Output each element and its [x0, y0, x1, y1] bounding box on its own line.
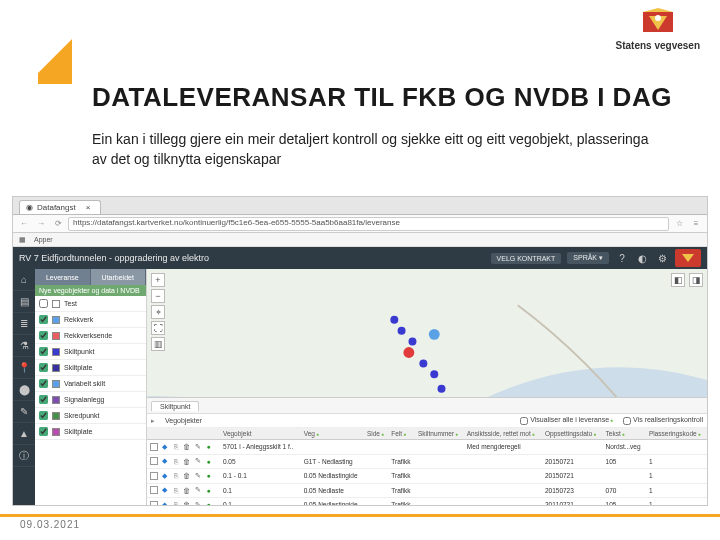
- close-icon[interactable]: ×: [86, 203, 91, 212]
- table-header[interactable]: Plasseringskode: [646, 428, 707, 440]
- map-point[interactable]: [438, 385, 446, 393]
- row-delete-icon[interactable]: 🗑: [182, 457, 191, 466]
- row-map-icon[interactable]: ◆: [160, 442, 169, 451]
- row-map-icon[interactable]: ◆: [160, 471, 169, 480]
- layer-row[interactable]: Skiltplate: [35, 360, 146, 376]
- layer-checkbox[interactable]: [39, 379, 48, 388]
- table-header[interactable]: Side: [364, 428, 388, 440]
- marker-icon[interactable]: ⬤: [13, 379, 35, 401]
- map-point[interactable]: [430, 370, 438, 378]
- toggle-filter[interactable]: Vis realiseringskontroll: [623, 416, 703, 424]
- row-edit-icon[interactable]: ✎: [193, 471, 202, 480]
- layer-checkbox[interactable]: [39, 315, 48, 324]
- row-edit-icon[interactable]: ✎: [193, 442, 202, 451]
- star-icon[interactable]: ☆: [672, 217, 686, 231]
- settings-icon[interactable]: ⚙: [655, 251, 669, 265]
- row-edit-icon[interactable]: ✎: [193, 486, 202, 495]
- zoom-out-button[interactable]: −: [151, 289, 165, 303]
- row-link-icon[interactable]: ⎘: [171, 457, 180, 466]
- row-select-icon[interactable]: [150, 443, 158, 451]
- row-delete-icon[interactable]: 🗑: [182, 500, 191, 505]
- row-delete-icon[interactable]: 🗑: [182, 486, 191, 495]
- table-header[interactable]: Ansiktsside, rettet mot: [464, 428, 542, 440]
- zoom-in-button[interactable]: +: [151, 273, 165, 287]
- layers-button[interactable]: ▥: [151, 337, 165, 351]
- bp-subtab[interactable]: Vegobjekter: [165, 417, 202, 424]
- table-row[interactable]: ◆ ⎘ 🗑 ✎ ● 0.10.05 NedlastingideTrafikk20…: [147, 498, 707, 506]
- row-select-icon[interactable]: [150, 457, 158, 465]
- row-link-icon[interactable]: ⎘: [171, 486, 180, 495]
- reload-button[interactable]: ⟳: [51, 217, 65, 231]
- table-row[interactable]: ◆ ⎘ 🗑 ✎ ● 5701 l - Anleggsskilt 1 f..Med…: [147, 440, 707, 455]
- map-point[interactable]: [419, 359, 427, 367]
- row-select-icon[interactable]: [150, 501, 158, 506]
- row-map-icon[interactable]: ◆: [160, 457, 169, 466]
- map-tool-b[interactable]: ◨: [689, 273, 703, 287]
- layer-row[interactable]: Skiltpunkt: [35, 344, 146, 360]
- layer-row[interactable]: Skredpunkt: [35, 408, 146, 424]
- side-tab-utarbeidet[interactable]: Utarbeidet: [91, 269, 147, 285]
- map-point[interactable]: [403, 347, 414, 358]
- back-button[interactable]: ←: [17, 217, 31, 231]
- layer-checkbox[interactable]: [39, 299, 48, 308]
- map-point[interactable]: [390, 316, 398, 324]
- table-row[interactable]: ◆ ⎘ 🗑 ✎ ● 0.10.05 NedlasteTrafikk2015072…: [147, 483, 707, 498]
- toggle-visualize[interactable]: Visualiser alle i leveranse: [520, 416, 613, 424]
- row-map-icon[interactable]: ◆: [160, 500, 169, 505]
- browser-tab[interactable]: ◉ Datafangst ×: [19, 200, 101, 214]
- layer-row[interactable]: Test: [35, 296, 146, 312]
- map-point[interactable]: [429, 329, 440, 340]
- list-icon[interactable]: ≣: [13, 313, 35, 335]
- select-contract-button[interactable]: VELG KONTRAKT: [491, 253, 562, 264]
- layer-checkbox[interactable]: [39, 427, 48, 436]
- row-edit-icon[interactable]: ✎: [193, 500, 202, 505]
- row-map-icon[interactable]: ◆: [160, 486, 169, 495]
- row-delete-icon[interactable]: 🗑: [182, 442, 191, 451]
- layer-row[interactable]: Variabelt skilt: [35, 376, 146, 392]
- bookmark-apps[interactable]: Apper: [34, 236, 53, 243]
- pin-icon[interactable]: 📍: [13, 357, 35, 379]
- layer-checkbox[interactable]: [39, 347, 48, 356]
- edit-icon[interactable]: ✎: [13, 401, 35, 423]
- map-point[interactable]: [398, 327, 406, 335]
- menu-icon[interactable]: ≡: [689, 217, 703, 231]
- side-tab-leveranse[interactable]: Leveranse: [35, 269, 91, 285]
- layer-row[interactable]: Rekkverksende: [35, 328, 146, 344]
- table-header[interactable]: Tekst: [603, 428, 646, 440]
- layer-row[interactable]: Rekkverk: [35, 312, 146, 328]
- layer-row[interactable]: Signalanlegg: [35, 392, 146, 408]
- row-link-icon[interactable]: ⎘: [171, 442, 180, 451]
- table-header[interactable]: Vegobjekt: [220, 428, 301, 440]
- language-button[interactable]: SPRÅK ▾: [567, 252, 609, 264]
- bp-tab-skiltpunkt[interactable]: Skiltpunkt: [151, 401, 199, 411]
- table-header[interactable]: Veg: [301, 428, 364, 440]
- grid-icon[interactable]: ▤: [13, 291, 35, 313]
- row-link-icon[interactable]: ⎘: [171, 500, 180, 505]
- table-row[interactable]: ◆ ⎘ 🗑 ✎ ● 0.1 - 0.10.05 NedlastingideTra…: [147, 469, 707, 484]
- row-link-icon[interactable]: ⎘: [171, 471, 180, 480]
- table-header[interactable]: Oppsettingsdato: [542, 428, 603, 440]
- fullscreen-button[interactable]: ⛶: [151, 321, 165, 335]
- table-header[interactable]: Felt: [388, 428, 415, 440]
- table-row[interactable]: ◆ ⎘ 🗑 ✎ ● 0.05G1T - NedlastingTrafikk201…: [147, 454, 707, 469]
- map-canvas[interactable]: + − ⌖ ⛶ ▥ ◧ ◨ Skiltpunkt ▸: [147, 269, 707, 505]
- row-edit-icon[interactable]: ✎: [193, 457, 202, 466]
- row-delete-icon[interactable]: 🗑: [182, 471, 191, 480]
- user-icon[interactable]: ◐: [635, 251, 649, 265]
- map-tool-a[interactable]: ◧: [671, 273, 685, 287]
- locate-button[interactable]: ⌖: [151, 305, 165, 319]
- url-input[interactable]: https://datafangst.kartverket.no/kontinu…: [68, 217, 669, 231]
- table-header[interactable]: [147, 428, 220, 440]
- layer-checkbox[interactable]: [39, 363, 48, 372]
- layer-checkbox[interactable]: [39, 395, 48, 404]
- forward-button[interactable]: →: [34, 217, 48, 231]
- help-icon[interactable]: ?: [615, 251, 629, 265]
- table-header[interactable]: Skiltnummer: [415, 428, 464, 440]
- apps-icon[interactable]: ▦: [19, 236, 26, 244]
- warning-icon[interactable]: ▲: [13, 423, 35, 445]
- layer-checkbox[interactable]: [39, 331, 48, 340]
- layer-checkbox[interactable]: [39, 411, 48, 420]
- flask-icon[interactable]: ⚗: [13, 335, 35, 357]
- map-point[interactable]: [408, 338, 416, 346]
- home-icon[interactable]: ⌂: [13, 269, 35, 291]
